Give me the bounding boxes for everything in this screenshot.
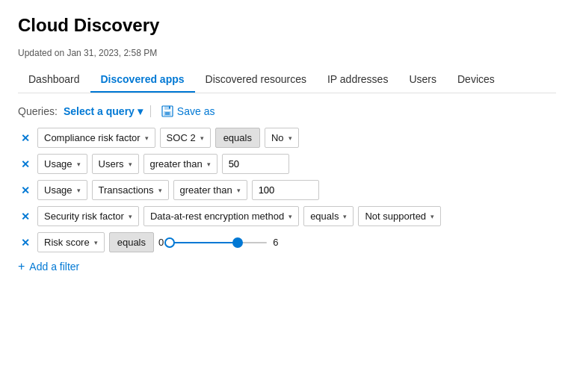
filter-row-5: ✕ Risk score ▾ equals 0 6 <box>18 232 556 252</box>
slider-container: 0 6 <box>158 235 278 250</box>
chevron-icon: ▾ <box>207 161 211 168</box>
data-at-rest-dropdown[interactable]: Data-at-rest encryption method ▾ <box>144 206 299 226</box>
no-dropdown[interactable]: No ▾ <box>265 128 299 148</box>
updated-text: Updated on Jan 31, 2023, 2:58 PM <box>18 48 556 58</box>
soc2-dropdown[interactable]: SOC 2 ▾ <box>160 128 211 148</box>
chevron-icon: ▾ <box>288 213 292 220</box>
divider <box>150 105 151 117</box>
chevron-icon: ▾ <box>288 134 292 142</box>
usage-dropdown-2[interactable]: Usage ▾ <box>37 154 87 174</box>
usage-dropdown-3[interactable]: Usage ▾ <box>37 180 87 200</box>
greater-than-dropdown-2[interactable]: greater than ▾ <box>144 154 217 174</box>
tab-discovered-resources[interactable]: Discovered resources <box>195 67 317 93</box>
add-filter-row[interactable]: + Add a filter <box>18 260 556 273</box>
page-title: Cloud Discovery <box>18 15 556 36</box>
greater-than-dropdown-3[interactable]: greater than ▾ <box>173 180 247 200</box>
risk-score-dropdown[interactable]: Risk score ▾ <box>37 232 105 252</box>
slider-thumb-right[interactable] <box>232 237 243 248</box>
tab-devices[interactable]: Devices <box>447 67 505 93</box>
tab-discovered-apps[interactable]: Discovered apps <box>90 67 195 93</box>
remove-filter-4[interactable]: ✕ <box>18 209 33 224</box>
users-value-input[interactable] <box>222 154 289 174</box>
queries-label: Queries: <box>18 105 58 117</box>
slider-min-label: 0 <box>158 237 164 248</box>
chevron-icon: ▾ <box>145 134 149 142</box>
select-query-label: Select a query <box>64 105 135 117</box>
remove-filter-3[interactable]: ✕ <box>18 183 33 198</box>
save-as-label: Save as <box>177 105 215 117</box>
plus-icon: + <box>18 260 25 273</box>
tab-ip-addresses[interactable]: IP addresses <box>317 67 398 93</box>
filter-row-4: ✕ Security risk factor ▾ Data-at-rest en… <box>18 206 556 226</box>
add-filter-label: Add a filter <box>29 261 79 273</box>
queries-row: Queries: Select a query ▾ Save as <box>18 105 556 117</box>
risk-score-slider[interactable] <box>170 235 267 250</box>
slider-thumb-left[interactable] <box>164 237 175 248</box>
chevron-icon: ▾ <box>129 213 132 220</box>
svg-rect-3 <box>165 112 170 115</box>
chevron-icon: ▾ <box>129 161 132 168</box>
slider-track <box>170 242 267 243</box>
equals-btn-1[interactable]: equals <box>215 128 260 148</box>
chevron-icon: ▾ <box>200 134 204 142</box>
chevron-icon: ▾ <box>77 161 81 168</box>
svg-rect-4 <box>169 107 170 109</box>
chevron-icon: ▾ <box>77 187 81 194</box>
slider-max-label: 6 <box>273 237 278 248</box>
compliance-risk-factor-dropdown[interactable]: Compliance risk factor ▾ <box>37 128 155 148</box>
security-risk-factor-dropdown[interactable]: Security risk factor ▾ <box>37 206 139 226</box>
chevron-icon: ▾ <box>237 187 241 194</box>
equals-dropdown-4[interactable]: equals ▾ <box>303 206 354 226</box>
page-container: Cloud Discovery Updated on Jan 31, 2023,… <box>0 0 574 291</box>
select-query-chevron: ▾ <box>138 105 143 117</box>
filter-row-1: ✕ Compliance risk factor ▾ SOC 2 ▾ equal… <box>18 128 556 148</box>
transactions-dropdown[interactable]: Transactions ▾ <box>92 180 169 200</box>
filter-row-3: ✕ Usage ▾ Transactions ▾ greater than ▾ <box>18 180 556 200</box>
remove-filter-2[interactable]: ✕ <box>18 157 33 172</box>
remove-filter-1[interactable]: ✕ <box>18 131 33 146</box>
users-dropdown[interactable]: Users ▾ <box>92 154 139 174</box>
select-query-dropdown[interactable]: Select a query ▾ <box>64 105 143 117</box>
equals-btn-5[interactable]: equals <box>109 232 154 252</box>
tab-users[interactable]: Users <box>398 67 447 93</box>
filter-row-2: ✕ Usage ▾ Users ▾ greater than ▾ <box>18 154 556 174</box>
tab-dashboard[interactable]: Dashboard <box>18 67 90 93</box>
filters-container: ✕ Compliance risk factor ▾ SOC 2 ▾ equal… <box>18 128 556 252</box>
save-icon <box>161 105 173 117</box>
save-as-button[interactable]: Save as <box>158 105 218 117</box>
transactions-value-input[interactable] <box>252 180 319 200</box>
chevron-icon: ▾ <box>343 213 347 220</box>
remove-filter-5[interactable]: ✕ <box>18 235 33 250</box>
chevron-icon: ▾ <box>158 187 162 194</box>
slider-fill <box>170 242 238 243</box>
chevron-icon: ▾ <box>430 213 434 220</box>
chevron-icon: ▾ <box>94 239 98 246</box>
not-supported-dropdown[interactable]: Not supported ▾ <box>358 206 441 226</box>
tabs-row: Dashboard Discovered apps Discovered res… <box>18 67 556 93</box>
